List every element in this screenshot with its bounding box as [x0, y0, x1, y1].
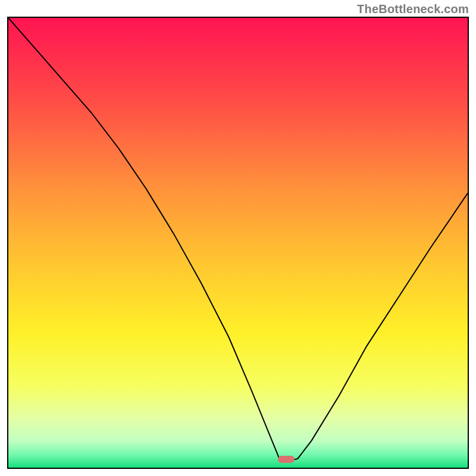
svg-rect-0: [8, 18, 468, 468]
watermark-text: TheBottleneck.com: [357, 2, 469, 16]
heat-gradient-background: [8, 18, 468, 468]
optimal-point-marker: [278, 456, 295, 463]
chart-frame: [7, 17, 469, 469]
